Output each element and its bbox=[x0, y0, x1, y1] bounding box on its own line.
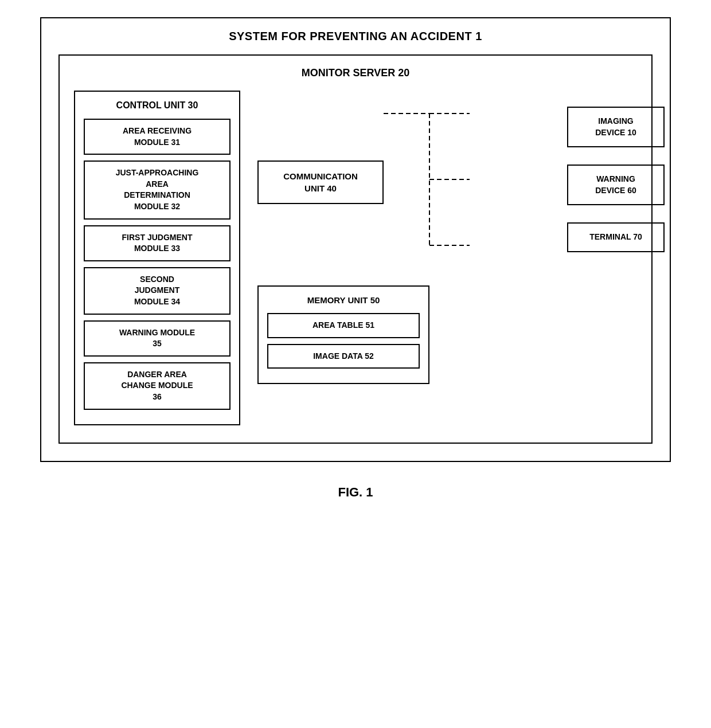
control-unit-title: CONTROL UNIT 30 bbox=[84, 100, 231, 111]
module-warning: WARNING MODULE35 bbox=[84, 320, 231, 357]
module-first-judgment: FIRST JUDGMENTMODULE 33 bbox=[84, 225, 231, 261]
module-just-approaching: JUST-APPROACHINGAREADETERMINATIONMODULE … bbox=[84, 161, 231, 219]
memory-unit-box: MEMORY UNIT 50 AREA TABLE 51 IMAGE DATA … bbox=[257, 285, 429, 384]
module-danger-area: DANGER AREACHANGE MODULE36 bbox=[84, 362, 231, 410]
memory-unit-title: MEMORY UNIT 50 bbox=[267, 295, 420, 305]
imaging-device-box: IMAGINGDEVICE 10 bbox=[567, 107, 665, 147]
connector-svg bbox=[384, 91, 567, 274]
module-second-judgment: SECONDJUDGMENTMODULE 34 bbox=[84, 267, 231, 315]
monitor-server-title: MONITOR SERVER 20 bbox=[74, 67, 637, 79]
terminal-box: TERMINAL 70 bbox=[567, 222, 665, 252]
system-title: SYSTEM FOR PREVENTING AN ACCIDENT 1 bbox=[58, 30, 653, 43]
area-table-box: AREA TABLE 51 bbox=[267, 313, 420, 338]
warning-device-box: WARNINGDEVICE 60 bbox=[567, 165, 665, 205]
comm-unit-box: COMMUNICATIONUNIT 40 bbox=[257, 161, 384, 204]
monitor-server-box: MONITOR SERVER 20 CONTROL UNIT 30 AREA R… bbox=[58, 54, 653, 444]
outer-system-box: SYSTEM FOR PREVENTING AN ACCIDENT 1 MONI… bbox=[40, 17, 671, 462]
module-area-receiving: AREA RECEIVINGMODULE 31 bbox=[84, 119, 231, 155]
control-unit-box: CONTROL UNIT 30 AREA RECEIVINGMODULE 31 … bbox=[74, 91, 240, 425]
figure-label: FIG. 1 bbox=[338, 485, 373, 500]
image-data-box: IMAGE DATA 52 bbox=[267, 344, 420, 369]
